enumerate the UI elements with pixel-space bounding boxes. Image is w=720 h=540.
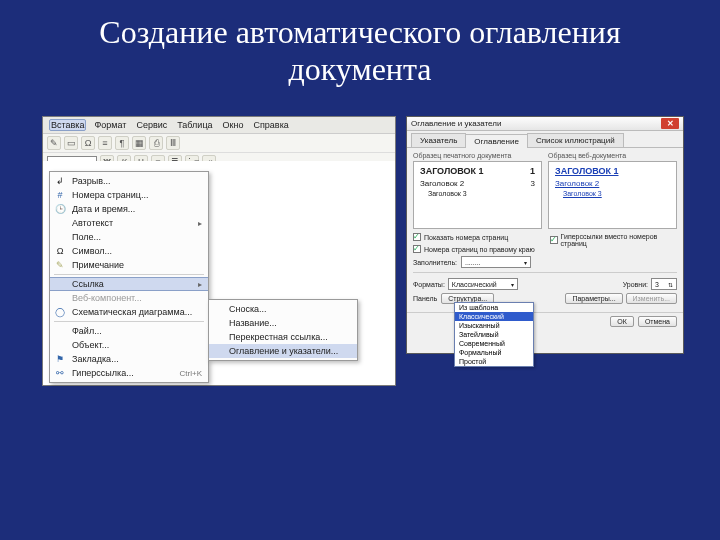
- menu-service[interactable]: Сервис: [134, 119, 169, 131]
- submenu-toc-index[interactable]: Оглавление и указатели...: [209, 344, 357, 358]
- tb-icon[interactable]: ✎: [47, 136, 61, 150]
- preview-web-label: Образец веб-документа: [548, 152, 677, 159]
- menu-item-reference[interactable]: Ссылка▸: [50, 277, 208, 291]
- menu-item-object[interactable]: Объект...: [50, 338, 208, 352]
- format-option[interactable]: Классический: [455, 312, 533, 321]
- dialog-body: Образец печатного документа ЗАГОЛОВОК 11…: [407, 148, 683, 308]
- page-number-icon: #: [54, 189, 66, 201]
- reference-submenu: Сноска... Название... Перекрестная ссылк…: [208, 299, 358, 361]
- tb-icon[interactable]: Ⅲ: [166, 136, 180, 150]
- dialog-footer: ОК Отмена: [407, 312, 683, 330]
- menubar[interactable]: Вставка Формат Сервис Таблица Окно Справ…: [43, 117, 395, 134]
- ok-button[interactable]: ОК: [610, 316, 634, 327]
- cancel-button[interactable]: Отмена: [638, 316, 677, 327]
- menu-item-hyperlink[interactable]: ⚯Гиперссылка...Ctrl+K: [50, 366, 208, 380]
- dialog-tabs: Указатель Оглавление Список иллюстраций: [407, 131, 683, 148]
- menu-table[interactable]: Таблица: [175, 119, 214, 131]
- omega-icon: Ω: [54, 245, 66, 257]
- checkbox-icon: [550, 236, 558, 244]
- fill-label: Заполнитель:: [413, 259, 457, 266]
- chk-right-align[interactable]: Номера страниц по правому краю: [413, 245, 540, 253]
- menu-item-bookmark[interactable]: ⚑Закладка...: [50, 352, 208, 366]
- diagram-icon: ◯: [54, 306, 66, 318]
- chk-show-page-numbers[interactable]: Показать номера страниц: [413, 233, 540, 241]
- tab-figures[interactable]: Список иллюстраций: [527, 133, 624, 147]
- dialog-titlebar: Оглавление и указатели ✕: [407, 117, 683, 131]
- format-option[interactable]: Современный: [455, 339, 533, 348]
- submenu-cross-ref[interactable]: Перекрестная ссылка...: [209, 330, 357, 344]
- menu-item-date-time[interactable]: 🕒Дата и время...: [50, 202, 208, 216]
- tab-toc[interactable]: Оглавление: [465, 134, 528, 148]
- fill-select[interactable]: ........▾: [461, 256, 531, 268]
- menu-item-break[interactable]: ↲Разрыв...: [50, 174, 208, 188]
- modify-button[interactable]: Изменить...: [626, 293, 677, 304]
- menu-insert[interactable]: Вставка: [49, 119, 86, 131]
- tb-icon[interactable]: ⎙: [149, 136, 163, 150]
- chevron-right-icon: ▸: [198, 219, 202, 228]
- dialog-title: Оглавление и указатели: [411, 119, 501, 128]
- menu-window[interactable]: Окно: [221, 119, 246, 131]
- tb-icon[interactable]: ▦: [132, 136, 146, 150]
- levels-label: Уровни:: [623, 281, 648, 288]
- insert-menu-dropdown: ↲Разрыв... #Номера страниц... 🕒Дата и вр…: [49, 171, 209, 383]
- spinner-icon: ⇅: [668, 281, 673, 288]
- menu-item-field[interactable]: Поле...: [50, 230, 208, 244]
- menu-help[interactable]: Справка: [251, 119, 290, 131]
- format-option[interactable]: Простой: [455, 357, 533, 366]
- menu-format[interactable]: Формат: [92, 119, 128, 131]
- tb-icon[interactable]: ≡: [98, 136, 112, 150]
- menu-item-symbol[interactable]: ΩСимвол...: [50, 244, 208, 258]
- checkbox-icon: [413, 233, 421, 241]
- word-window: Вставка Формат Сервис Таблица Окно Справ…: [42, 116, 396, 386]
- chevron-down-icon: ▾: [524, 259, 527, 266]
- format-option[interactable]: Изысканный: [455, 321, 533, 330]
- levels-spinner[interactable]: 3⇅: [651, 278, 677, 290]
- params-button[interactable]: Параметры...: [565, 293, 622, 304]
- panel-label: Панель: [413, 295, 437, 302]
- break-icon: ↲: [54, 175, 66, 187]
- clock-icon: 🕒: [54, 203, 66, 215]
- tb-icon[interactable]: ¶: [115, 136, 129, 150]
- format-label: Форматы:: [413, 281, 445, 288]
- toc-dialog: Оглавление и указатели ✕ Указатель Оглав…: [406, 116, 684, 354]
- menu-item-web-component[interactable]: Веб-компонент...: [50, 291, 208, 305]
- toolbar-standard: ✎ ▭ Ω ≡ ¶ ▦ ⎙ Ⅲ: [43, 134, 395, 153]
- menu-separator: [54, 321, 204, 322]
- menu-item-autotext[interactable]: Автотекст▸: [50, 216, 208, 230]
- format-option[interactable]: Из шаблона: [455, 303, 533, 312]
- menu-item-diagram[interactable]: ◯Схематическая диаграмма...: [50, 305, 208, 319]
- submenu-footnote[interactable]: Сноска...: [209, 302, 357, 316]
- close-button[interactable]: ✕: [661, 118, 679, 129]
- format-option[interactable]: Формальный: [455, 348, 533, 357]
- tb-icon[interactable]: ▭: [64, 136, 78, 150]
- submenu-caption[interactable]: Название...: [209, 316, 357, 330]
- tb-icon[interactable]: Ω: [81, 136, 95, 150]
- preview-print: ЗАГОЛОВОК 11 Заголовок 23 Заголовок 3: [413, 161, 542, 229]
- document-area: ↲Разрыв... #Номера страниц... 🕒Дата и вр…: [43, 161, 395, 385]
- menu-item-comment[interactable]: ✎Примечание: [50, 258, 208, 272]
- bookmark-icon: ⚑: [54, 353, 66, 365]
- preview-web: ЗАГОЛОВОК 1 Заголовок 2 Заголовок 3: [548, 161, 677, 229]
- menu-separator: [54, 274, 204, 275]
- menu-item-page-numbers[interactable]: #Номера страниц...: [50, 188, 208, 202]
- format-select[interactable]: Классический▾: [448, 278, 518, 290]
- checkbox-icon: [413, 245, 421, 253]
- format-option[interactable]: Затейливый: [455, 330, 533, 339]
- link-icon: ⚯: [54, 367, 66, 379]
- comment-icon: ✎: [54, 259, 66, 271]
- preview-print-label: Образец печатного документа: [413, 152, 542, 159]
- chevron-right-icon: ▸: [198, 280, 202, 289]
- tab-index[interactable]: Указатель: [411, 133, 466, 147]
- format-dropdown-list[interactable]: Из шаблона Классический Изысканный Затей…: [454, 302, 534, 367]
- menu-item-file[interactable]: Файл...: [50, 324, 208, 338]
- chk-hyperlinks[interactable]: Гиперссылки вместо номеров страниц: [550, 233, 677, 247]
- chevron-down-icon: ▾: [511, 281, 514, 288]
- slide-title: Создание автоматического оглавления доку…: [0, 0, 720, 96]
